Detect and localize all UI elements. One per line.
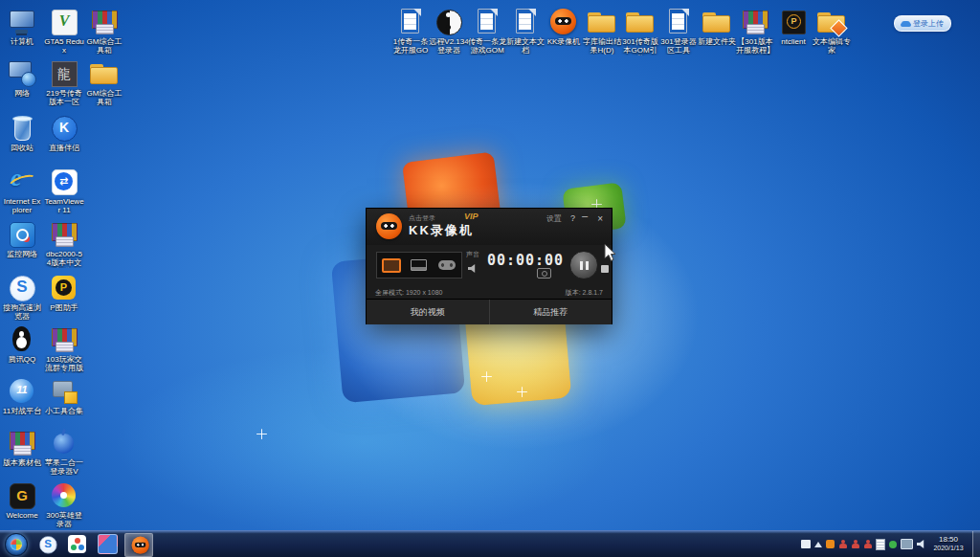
capture-resolution-label: 全屏模式: 1920 x 1080 <box>375 288 442 298</box>
desktop-icon-recycle-bin[interactable]: 回收站 <box>2 114 42 152</box>
window-mode-button[interactable] <box>405 253 433 278</box>
kk-recorder-icon <box>129 535 147 554</box>
winrar-archive-icon <box>6 429 38 457</box>
user-tray-icon[interactable] <box>838 540 847 549</box>
desktop-icon-300-heroes[interactable]: 300英雄登录器 <box>44 481 84 528</box>
close-button[interactable]: × <box>597 213 603 224</box>
upload-badge-label: 登录上传 <box>913 18 944 29</box>
clock-date: 2020/1/13 <box>926 544 970 552</box>
upload-badge[interactable]: 登录上传 <box>894 15 951 32</box>
desktop-icon-apple-launcher[interactable]: 苹果二合一登录器V <box>44 429 84 476</box>
desktop-icon-gm-toolbox-rar[interactable]: GM综合工具箱 <box>84 8 124 55</box>
game-mode-button[interactable] <box>434 253 461 278</box>
minimize-button[interactable]: – <box>582 210 588 221</box>
stop-button[interactable] <box>601 265 609 273</box>
desktop-icon-network[interactable]: 网络 <box>2 59 42 98</box>
folder-icon <box>586 8 618 36</box>
internet-explorer-icon <box>6 167 38 196</box>
yinyang-icon <box>433 8 465 36</box>
desktop-icon-welcome[interactable]: Welcome <box>2 481 42 520</box>
bubble-11-icon <box>6 377 38 406</box>
record-pause-button[interactable] <box>569 251 598 279</box>
screenshot-camera-button[interactable] <box>537 268 551 278</box>
taskbar-app-paint[interactable] <box>94 533 121 555</box>
icon-label: P图助手 <box>44 303 84 312</box>
desktop-icon-text-editor-folder[interactable]: 文本编辑专家 <box>812 8 852 55</box>
icon-label: 301传奇版本GOM引擎 <box>620 37 660 56</box>
show-hidden-icons-arrow[interactable] <box>814 542 822 547</box>
desktop-icon-computer[interactable]: 计算机 <box>2 8 42 46</box>
desktop-icon-tutorial-rar[interactable]: 【301版本开服教程】V… <box>735 8 775 56</box>
sparkle <box>256 429 267 439</box>
icon-label: 计算机 <box>2 37 42 46</box>
desktop-icon-qq[interactable]: 腾讯QQ <box>2 325 42 364</box>
taskbar-clock[interactable]: 18:50 2020/1/13 <box>926 535 970 552</box>
taskbar-app-game-lobby[interactable] <box>63 533 90 555</box>
folder-icon <box>701 8 733 36</box>
winrar-archive-icon <box>48 220 80 249</box>
version-label: 版本: 2.8.1.7 <box>566 288 603 298</box>
desktop-icon-legend-gom-2[interactable]: 传奇一条龙游戏GOM引… <box>467 8 507 56</box>
desktop-icon-live-assistant[interactable]: 直播伴侣 <box>44 114 84 152</box>
desktop-icon-v2134-launcher[interactable]: 远程V2.134登录器 <box>429 8 469 55</box>
network-tray-icon[interactable] <box>901 539 913 549</box>
icon-label: KK录像机 <box>544 37 584 46</box>
icon-label: 版本素材包 <box>2 458 42 467</box>
taskbar: 18:50 2020/1/13 <box>0 530 980 557</box>
desktop-icon-kk-recorder[interactable]: KK录像机 <box>544 8 584 46</box>
status-green-tray-icon[interactable] <box>889 541 897 548</box>
taskbar-app-sogou[interactable] <box>33 533 59 555</box>
window-titlebar[interactable]: 点击登录 VIP KK录像机 设置 ? – × <box>367 209 612 245</box>
user-tray-icon[interactable] <box>863 540 872 549</box>
desktop-icon-gm-toolbox-folder[interactable]: GM综合工具箱 <box>84 59 124 106</box>
desktop-icon-new-text-doc[interactable]: 新建文本文档 <box>505 8 546 55</box>
kk-recorder-window: 点击登录 VIP KK录像机 设置 ? – × 声音 00:00:00 全屏模 <box>367 209 612 323</box>
desktop-icon-internet-explorer[interactable]: Internet Explorer <box>2 167 42 214</box>
desktop-icon-teamviewer[interactable]: TeamViewer 11 <box>44 167 84 214</box>
desktop-icon-monitor-app[interactable]: 监控网络 <box>2 220 42 258</box>
desktop-icon-103-group-rar[interactable]: 103玩家交流群专用版本 <box>44 325 84 373</box>
desktop-icon-11-platform[interactable]: 11对战平台 <box>2 377 42 415</box>
desktop-icon-p-app[interactable]: P图助手 <box>44 274 84 312</box>
start-button[interactable] <box>5 533 28 556</box>
icon-label: 文本编辑专家 <box>812 37 852 55</box>
desktop-icon-toolbox[interactable]: 小工具合集 <box>44 377 84 415</box>
desktop-icon-ntclient[interactable]: ntclient <box>773 8 813 46</box>
speaker-icon[interactable] <box>468 264 478 273</box>
taskbar-app-kk-recorder[interactable] <box>124 533 153 557</box>
desktop-icon-gta5[interactable]: GTA5 Redux <box>44 8 84 55</box>
document-tray-icon[interactable] <box>876 539 885 550</box>
folder-shield-icon <box>815 8 848 36</box>
help-button[interactable]: ? <box>570 213 575 223</box>
desktop-icon-dbc2000-rar[interactable]: dbc2000-54版本中文汉化 <box>44 220 84 268</box>
system-tray <box>801 531 926 557</box>
recommend-button[interactable]: 精品推荐 <box>489 300 612 324</box>
sparkle <box>517 387 527 397</box>
network-icon <box>6 59 38 88</box>
settings-button[interactable]: 设置 <box>546 213 562 224</box>
my-videos-button[interactable]: 我的视频 <box>367 300 489 324</box>
security-tray-icon[interactable] <box>826 540 835 548</box>
game-lobby-icon <box>68 535 86 553</box>
icon-label: 11对战平台 <box>2 407 42 415</box>
g-black-app-icon <box>6 481 38 510</box>
sparkle <box>481 371 492 382</box>
fullscreen-mode-button[interactable] <box>377 253 405 278</box>
desktop-icon-301-tools[interactable]: 301登录器区工具 <box>658 8 699 55</box>
vip-badge[interactable]: VIP <box>464 212 479 221</box>
desktop-icon-material-rar[interactable]: 版本素材包 <box>2 429 42 467</box>
desktop-icon-legend-gom-1[interactable]: 1传奇一条龙开服GOM… <box>390 8 431 56</box>
desktop-icon-output-folder[interactable]: 字库输出结果H(D) <box>582 8 622 55</box>
capture-mode-selector <box>376 252 462 278</box>
desktop-icon-219-version[interactable]: 219号传奇版本一区 <box>44 59 84 106</box>
show-desktop-button[interactable] <box>972 531 980 557</box>
desktop-icon-301-version-folder[interactable]: 301传奇版本GOM引擎 <box>620 8 660 56</box>
desktop-icon-new-folder[interactable]: 新建文件夹 <box>697 8 737 46</box>
icon-label: 新建文件夹 <box>697 37 737 46</box>
ime-icon[interactable] <box>801 540 811 548</box>
user-tray-icon[interactable] <box>851 540 859 549</box>
desktop-icon-sogou-browser[interactable]: 搜狗高速浏览器 <box>2 274 42 321</box>
toolbox-icon <box>48 377 80 406</box>
volume-tray-icon[interactable] <box>917 540 926 548</box>
mouse-cursor <box>604 243 617 262</box>
